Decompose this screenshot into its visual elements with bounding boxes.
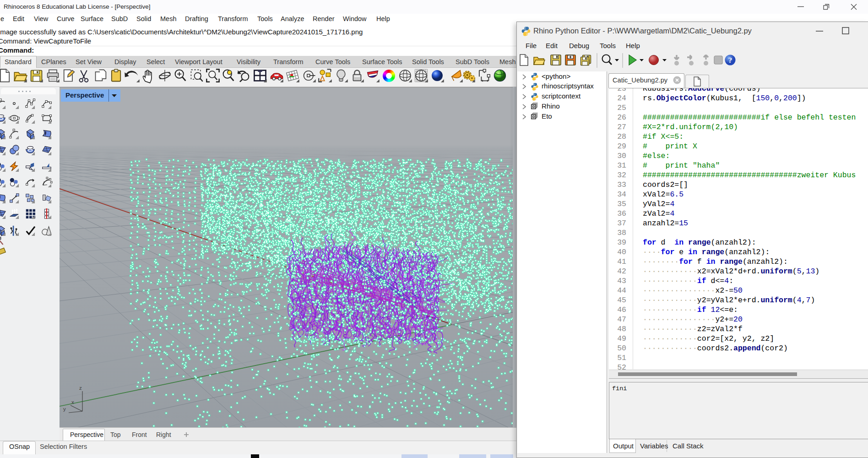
svg-text:y: y xyxy=(63,406,66,412)
svg-text:?: ? xyxy=(728,56,732,65)
svg-text:z: z xyxy=(79,385,82,391)
svg-text:x: x xyxy=(71,399,74,405)
